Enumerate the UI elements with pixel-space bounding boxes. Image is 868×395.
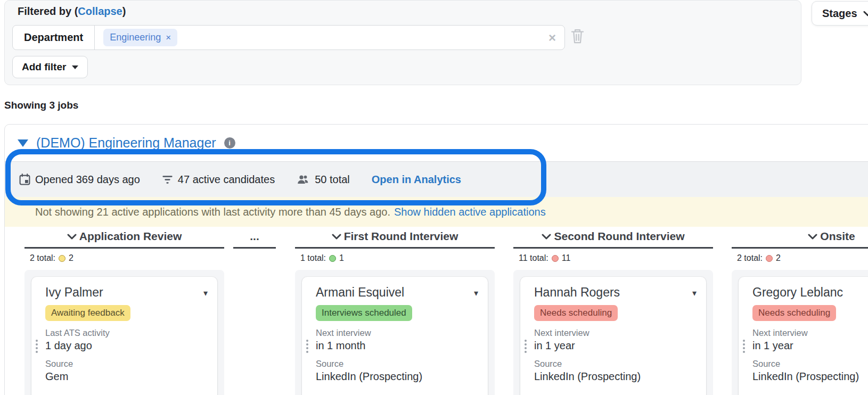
stage-count: 11 total: 11 [519, 253, 713, 263]
stage-count: 1 total: 1 [300, 253, 495, 263]
status-dot [329, 255, 336, 262]
filter-lines-icon [162, 175, 173, 184]
stage-card-list: Armani Esquivel ▾ Interviews scheduled N… [295, 270, 495, 395]
filter-value-input[interactable]: Engineering × × [95, 26, 564, 50]
status-dot [552, 255, 559, 262]
stage-column-collapsed: ... [233, 230, 276, 249]
card-field-label: Last ATS activity [45, 328, 208, 338]
stage-name: Application Review [79, 230, 182, 243]
candidate-name: Armani Esquivel [316, 285, 404, 300]
banner-text: Not showing 21 active applications with … [35, 206, 390, 218]
tag-remove-icon[interactable]: × [166, 33, 171, 42]
stage-card-list: Gregory Leblanc ▾ Needs scheduling Next … [732, 270, 868, 395]
hidden-apps-banner: Not showing 21 active applications with … [5, 197, 868, 227]
stat-total-label: 50 total [315, 174, 350, 186]
stage-header[interactable]: Application Review [24, 230, 224, 249]
drag-handle[interactable] [36, 340, 38, 353]
stage-count-value: 1 [339, 253, 344, 263]
candidate-name: Ivy Palmer [45, 285, 103, 300]
stage-count-value: 11 [562, 253, 571, 263]
job-section: (DEMO) Engineering Manager i Opened 369 … [4, 124, 868, 395]
stage-header[interactable]: Second Round Interview [513, 230, 713, 249]
stage-count-value: 2 [69, 253, 73, 263]
collapse-job-icon[interactable] [18, 139, 28, 147]
stage-column-onsite: Onsite 2 total: 2 Gregory Leblanc ▾ Need… [732, 230, 868, 395]
stat-active: 47 active candidates [162, 174, 275, 186]
filtered-by-header: Filtered by (Collapse) [18, 5, 126, 18]
trash-icon[interactable] [570, 28, 585, 44]
stage-name: First Round Interview [344, 230, 458, 243]
candidate-card[interactable]: Hannah Rogers ▾ Needs scheduling Next in… [520, 277, 706, 395]
info-icon[interactable]: i [224, 137, 235, 149]
card-field-value: in 1 month [316, 340, 478, 352]
drag-handle[interactable] [306, 340, 308, 353]
chevron-down-icon[interactable] [332, 234, 341, 240]
card-field-label: Source [316, 359, 478, 369]
filter-row: Department Engineering × × [12, 25, 565, 50]
card-menu-icon[interactable]: ▾ [474, 288, 478, 298]
chevron-down-icon [863, 11, 868, 17]
card-menu-icon[interactable]: ▾ [203, 288, 208, 298]
drag-handle[interactable] [525, 340, 527, 353]
card-field-value: LinkedIn (Prospecting) [534, 371, 697, 383]
candidate-name: Gregory Leblanc [752, 285, 843, 300]
candidate-card[interactable]: Gregory Leblanc ▾ Needs scheduling Next … [739, 277, 868, 395]
card-field-label: Next interview [534, 328, 697, 338]
chevron-down-icon[interactable] [542, 234, 551, 240]
stage-column-application-review: Application Review 2 total: 2 Ivy Palmer… [24, 230, 224, 395]
stage-name: Second Round Interview [554, 230, 684, 243]
drag-handle[interactable] [743, 340, 745, 353]
filter-tag-label: Engineering [110, 32, 161, 43]
stat-active-label: 47 active candidates [178, 174, 275, 186]
filtered-by-label: Filtered by ( [18, 5, 78, 17]
stage-total-label: 2 total: [30, 253, 55, 263]
jobs-count-label: Showing 3 jobs [4, 100, 78, 111]
candidate-name: Hannah Rogers [534, 285, 620, 300]
stages-button[interactable]: Stages [812, 1, 868, 26]
chevron-down-icon[interactable] [67, 234, 77, 240]
stat-opened: Opened 369 days ago [19, 174, 140, 186]
show-hidden-link[interactable]: Show hidden active applications [394, 206, 546, 218]
job-title-link[interactable]: (DEMO) Engineering Manager [36, 135, 216, 151]
stat-opened-label: Opened 369 days ago [35, 174, 140, 186]
stage-total-label: 1 total: [300, 253, 326, 263]
stages-label: Stages [822, 7, 857, 20]
candidate-card[interactable]: Armani Esquivel ▾ Interviews scheduled N… [302, 277, 488, 395]
stage-total-label: 11 total: [519, 253, 548, 263]
card-menu-icon[interactable]: ▾ [692, 288, 697, 298]
pipeline-board: Application Review 2 total: 2 Ivy Palmer… [5, 227, 868, 395]
open-in-analytics-link[interactable]: Open in Analytics [372, 174, 461, 186]
status-dot [766, 255, 773, 262]
card-field-value: in 1 year [534, 340, 697, 352]
stage-name: ... [250, 230, 259, 243]
chevron-down-icon[interactable] [808, 234, 817, 240]
caret-down-icon [72, 65, 78, 69]
card-field-label: Next interview [316, 328, 478, 338]
stage-card-list: Ivy Palmer ▾ Awaiting feedback Last ATS … [24, 270, 224, 395]
stage-card-list: Hannah Rogers ▾ Needs scheduling Next in… [513, 270, 713, 395]
people-icon [297, 175, 310, 185]
job-title-row: (DEMO) Engineering Manager i [5, 125, 868, 161]
card-field-value: 1 day ago [45, 340, 208, 352]
stage-column-first-round-interview: First Round Interview 1 total: 1 Armani … [295, 230, 495, 395]
filtered-by-suffix: ) [122, 5, 126, 17]
collapse-link[interactable]: Collapse [78, 5, 122, 17]
card-field-label: Source [45, 359, 208, 369]
card-field-value: in 1 year [752, 340, 868, 352]
add-filter-button[interactable]: Add filter [12, 56, 88, 78]
stage-header-collapsed[interactable]: ... [233, 230, 276, 249]
filter-field-department[interactable]: Department [13, 26, 95, 50]
card-field-value: LinkedIn (Prospecting) [752, 371, 868, 383]
status-badge: Needs scheduling [534, 305, 618, 321]
candidate-card[interactable]: Ivy Palmer ▾ Awaiting feedback Last ATS … [31, 277, 217, 395]
stage-header[interactable]: Onsite [732, 230, 868, 249]
stage-header[interactable]: First Round Interview [295, 230, 495, 249]
clear-filter-icon[interactable]: × [548, 31, 556, 44]
add-filter-label: Add filter [22, 61, 66, 73]
filter-tag-engineering[interactable]: Engineering × [103, 29, 177, 46]
job-stats-bar: Opened 369 days ago 47 active candidates… [5, 161, 868, 197]
card-field-value: LinkedIn (Prospecting) [316, 371, 478, 383]
stage-count: 2 total: 2 [30, 253, 224, 263]
status-badge: Interviews scheduled [316, 305, 412, 321]
status-badge: Needs scheduling [752, 305, 836, 321]
